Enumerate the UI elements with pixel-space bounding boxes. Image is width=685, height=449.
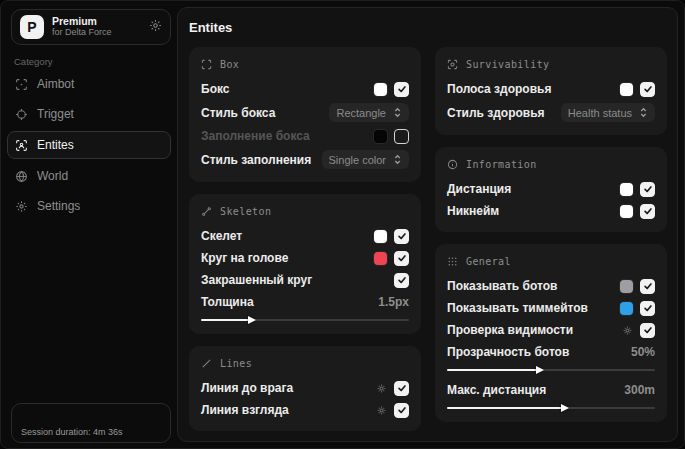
bone-icon	[201, 206, 212, 217]
app-logo: P	[20, 15, 44, 39]
category-label: Category	[14, 56, 53, 67]
max-distance-slider[interactable]	[447, 407, 655, 409]
color-swatch[interactable]	[620, 205, 633, 218]
checkbox[interactable]	[394, 229, 409, 244]
setting-label: Линия взгляда	[201, 403, 289, 417]
fill-style-dropdown[interactable]: Single color	[322, 150, 409, 169]
slider-thumb[interactable]	[248, 316, 256, 324]
gear-icon[interactable]	[149, 19, 162, 35]
panel-skeleton: Skeleton Скелет Круг на голове	[189, 194, 421, 334]
sidebar-item-entites[interactable]: Entites	[7, 131, 171, 159]
setting-row: Никнейм	[447, 200, 655, 222]
setting-label: Круг на голове	[201, 251, 288, 265]
setting-label: Стиль здоровья	[447, 106, 545, 120]
chevrons-up-down-icon	[639, 107, 648, 118]
panel-information: Information Дистанция Никнейм	[435, 147, 667, 232]
setting-row: Линия до врага	[201, 377, 409, 399]
gear-icon[interactable]	[622, 325, 633, 336]
panel-lines: Lines Линия до врага	[189, 346, 421, 431]
setting-row: Проверка видимости	[447, 319, 655, 341]
scan-box-icon	[201, 59, 212, 70]
session-card: Session duration: 4m 36s	[11, 403, 171, 443]
scan-circle-icon	[447, 59, 458, 70]
sidebar-item-world[interactable]: World	[7, 163, 171, 189]
slider-thumb[interactable]	[561, 404, 569, 412]
panel-title: Skeleton	[220, 206, 271, 217]
checkbox[interactable]	[640, 279, 655, 294]
setting-label: Показывать ботов	[447, 279, 557, 293]
thickness-slider[interactable]	[201, 319, 409, 321]
color-swatch[interactable]	[374, 252, 387, 265]
setting-row: Скелет	[201, 225, 409, 247]
setting-row: Показывать тиммейтов	[447, 297, 655, 319]
panel-title: Lines	[220, 358, 252, 369]
setting-label: Показывать тиммейтов	[447, 301, 588, 315]
app-window: P Premium for Delta Force Category Aimbo…	[0, 0, 685, 449]
setting-label: Дистанция	[447, 182, 511, 196]
panel-survivability: Survivability Полоса здоровья Стиль здор…	[435, 47, 667, 135]
setting-row: Стиль здоровья Health status	[447, 100, 655, 125]
gear-icon[interactable]	[376, 383, 387, 394]
checkbox[interactable]	[640, 323, 655, 338]
gear-icon[interactable]	[376, 405, 387, 416]
sidebar-item-aimbot[interactable]: Aimbot	[7, 71, 171, 97]
panel-box: Box Бокс Стиль бокса	[189, 47, 421, 182]
color-swatch[interactable]	[620, 302, 633, 315]
setting-label: Толщина	[201, 295, 254, 309]
setting-row: Линия взгляда	[201, 399, 409, 421]
sidebar-item-label: Trigget	[37, 107, 74, 121]
panel-general: General Показывать ботов Показывать тимм…	[435, 244, 667, 422]
checkbox[interactable]	[640, 182, 655, 197]
checkbox[interactable]	[640, 301, 655, 316]
color-swatch[interactable]	[374, 130, 387, 143]
sidebar: P Premium for Delta Force Category Aimbo…	[1, 1, 177, 448]
info-icon	[447, 159, 458, 170]
checkbox[interactable]	[640, 204, 655, 219]
setting-label: Стиль бокса	[201, 106, 275, 120]
checkbox[interactable]	[394, 403, 409, 418]
sidebar-item-settings[interactable]: Settings	[7, 193, 171, 219]
slider-thumb[interactable]	[536, 366, 544, 374]
setting-row: Бокс	[201, 78, 409, 100]
color-swatch[interactable]	[374, 83, 387, 96]
bot-transparency-slider-block: Прозрачность ботов 50%	[447, 343, 655, 371]
gear-icon	[15, 200, 28, 213]
main-content: Entites Box Бокс	[177, 7, 678, 442]
checkbox[interactable]	[394, 381, 409, 396]
color-swatch[interactable]	[374, 230, 387, 243]
panel-title: Box	[220, 59, 239, 70]
thickness-slider-block: Толщина 1.5px	[201, 293, 409, 321]
sidebar-nav: Aimbot Trigget Entites World	[7, 71, 171, 219]
panel-title: Information	[466, 159, 537, 170]
health-style-dropdown[interactable]: Health status	[561, 103, 655, 122]
box-style-dropdown[interactable]: Rectangle	[329, 103, 409, 122]
premium-card: P Premium for Delta Force	[11, 9, 171, 45]
checkbox[interactable]	[640, 82, 655, 97]
color-swatch[interactable]	[620, 83, 633, 96]
max-distance-slider-block: Макс. дистанция 300m	[447, 381, 655, 409]
slider-value: 1.5px	[378, 295, 409, 309]
checkbox[interactable]	[394, 273, 409, 288]
color-swatch[interactable]	[620, 183, 633, 196]
bot-transparency-slider[interactable]	[447, 369, 655, 371]
checkbox[interactable]	[394, 129, 409, 144]
sidebar-item-label: World	[37, 169, 68, 183]
setting-row: Закрашенный круг	[201, 269, 409, 291]
checkbox[interactable]	[394, 251, 409, 266]
line-icon	[201, 358, 212, 369]
setting-label: Скелет	[201, 229, 242, 243]
setting-row: Стиль бокса Rectangle	[201, 100, 409, 125]
app-subtitle: for Delta Force	[52, 28, 141, 38]
sidebar-item-trigget[interactable]: Trigget	[7, 101, 171, 127]
checkbox[interactable]	[394, 82, 409, 97]
setting-row: Дистанция	[447, 178, 655, 200]
sidebar-item-label: Aimbot	[37, 77, 74, 91]
sidebar-item-label: Entites	[37, 138, 74, 152]
crosshair-icon	[15, 78, 28, 91]
color-swatch[interactable]	[620, 280, 633, 293]
globe-icon	[15, 170, 28, 183]
chevrons-up-down-icon	[393, 107, 402, 118]
sidebar-item-label: Settings	[37, 199, 80, 213]
setting-label: Линия до врага	[201, 381, 293, 395]
setting-label: Никнейм	[447, 204, 499, 218]
